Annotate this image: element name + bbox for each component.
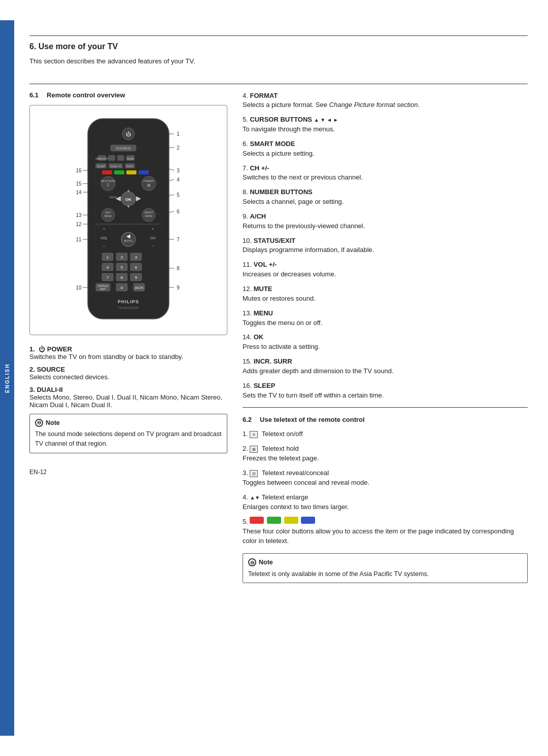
svg-text:9: 9 xyxy=(177,285,180,291)
right-column: 4. FORMAT Selects a picture format. See … xyxy=(243,91,528,721)
color-btn-yellow xyxy=(284,517,298,524)
svg-text:14: 14 xyxy=(76,190,82,195)
note-left-header: ⊖ Note xyxy=(35,418,222,428)
note-right: ⊖ Note Teletext is only available in som… xyxy=(243,553,528,584)
svg-text:OK: OK xyxy=(125,197,131,202)
tt-4-num: 4. xyxy=(243,493,250,501)
section-62: 6.2 Use teletext of the remote control 1… xyxy=(243,416,528,583)
feat-16-desc: Sets the TV to turn itself off within a … xyxy=(243,391,528,401)
section6-title: 6. Use more of your TV xyxy=(29,42,528,51)
feat-13-desc: Toggles the menu on or off. xyxy=(243,318,528,328)
feat-5-num: 5. xyxy=(243,116,250,123)
svg-text:MUTE: MUTE xyxy=(124,239,133,242)
power-icon: ⏻ xyxy=(39,345,45,353)
feat-4: 4. FORMAT Selects a picture format. See … xyxy=(243,91,528,111)
feat-5-label: CURSOR BUTTONS xyxy=(250,116,312,123)
feat-4-num: 4. xyxy=(243,92,250,99)
svg-text:BACK: BACK xyxy=(110,196,117,199)
feat-8: 8. NUMBER BUTTONS Selects a channel, pag… xyxy=(243,188,528,207)
svg-rect-19 xyxy=(126,170,136,174)
feat-13: 13. MENU Toggles the menu on or off. xyxy=(243,309,528,328)
svg-rect-8 xyxy=(117,155,124,161)
feat-9-desc: Returns to the previously-viewed channel… xyxy=(243,222,528,231)
tt-2-desc: Teletext hold xyxy=(262,445,299,452)
feat-3-desc: Selects Mono, Stereo, Dual I, Dual II, N… xyxy=(29,393,227,409)
feat-16: 16. SLEEP Sets the TV to turn itself off… xyxy=(243,381,528,401)
feat-15-num: 15. xyxy=(243,357,254,365)
svg-text:6: 6 xyxy=(135,265,138,270)
feat-12-label: MUTE xyxy=(254,285,272,293)
feat-2-desc: Selects connected devices. xyxy=(29,373,227,381)
svg-text:+: + xyxy=(103,227,105,231)
feat-13-num: 13. xyxy=(243,309,254,317)
feat-8-num: 8. xyxy=(243,188,250,196)
note-icon: ⊖ xyxy=(35,419,43,427)
feat-14-desc: Press to activate a setting. xyxy=(243,342,528,352)
tt-item-1: 1. ≡ Teletext on/off xyxy=(243,429,528,439)
svg-text:CH: CH xyxy=(150,236,155,240)
feat-9-label: A/CH xyxy=(250,212,266,220)
color-btn-red xyxy=(250,517,264,524)
feat-9: 9. A/CH Returns to the previously-viewed… xyxy=(243,212,528,231)
svg-text:9: 9 xyxy=(135,275,138,280)
svg-text:3: 3 xyxy=(177,168,180,173)
feat-13-label: MENU xyxy=(254,309,273,317)
tt-5-num: 5. xyxy=(243,518,250,525)
feat-1-label: POWER xyxy=(47,345,72,353)
svg-rect-18 xyxy=(114,170,124,174)
feat-3-label: 3. DUALI-II xyxy=(29,386,63,393)
feat-7-num: 7. xyxy=(243,164,250,172)
cursor-arrows: ▲ ▼ ◄ ► xyxy=(314,117,338,123)
feat-11: 11. VOL +/- Increases or decreases volum… xyxy=(243,260,528,279)
feat-12-num: 12. xyxy=(243,285,254,293)
feat-16-num: 16. xyxy=(243,382,254,389)
note-left-label: Note xyxy=(46,418,60,428)
svg-text:–: – xyxy=(103,244,105,247)
feat-14: 14. OK Press to activate a setting. xyxy=(243,333,528,352)
svg-text:◀: ◀ xyxy=(126,233,130,239)
svg-text:FORMAT: FORMAT xyxy=(144,179,154,183)
svg-text:1: 1 xyxy=(177,131,180,137)
svg-text:16: 16 xyxy=(76,168,82,173)
language-label: ENGLISH xyxy=(5,363,10,392)
svg-text:DUAL I-II: DUAL I-II xyxy=(111,165,121,168)
svg-text:EXIT: EXIT xyxy=(105,211,111,214)
svg-text:A/CH: A/CH xyxy=(135,286,144,290)
color-btn-blue xyxy=(301,517,315,524)
right-feature-list: 4. FORMAT Selects a picture format. See … xyxy=(243,91,528,401)
feat-4-label: FORMAT xyxy=(250,92,278,99)
subsection-61-number: 6.1 xyxy=(29,91,39,99)
tt-2-desc2: Freezes the teletext page. xyxy=(243,454,528,463)
svg-text:13: 13 xyxy=(76,212,82,218)
main-content: 6. Use more of your TV This section desc… xyxy=(14,20,548,736)
svg-text:PHILIPS: PHILIPS xyxy=(118,299,139,304)
feat-11-desc: Increases or decreases volume. xyxy=(243,270,528,279)
feat-5-desc: To navigate through the menus. xyxy=(243,125,528,134)
feat-9-num: 9. xyxy=(243,212,250,220)
svg-text:2: 2 xyxy=(177,145,180,151)
note-right-header: ⊖ Note xyxy=(248,558,522,567)
feat-16-label: SLEEP xyxy=(254,382,276,389)
feat-7-desc: Switches to the next or previous channel… xyxy=(243,173,528,183)
svg-text:6: 6 xyxy=(177,209,180,214)
svg-text:SMART: SMART xyxy=(144,211,153,214)
svg-text:SOURCE: SOURCE xyxy=(116,147,131,150)
divider-62 xyxy=(243,407,528,408)
tt-4-desc: Teletext enlarge xyxy=(262,493,309,501)
feature-item-3: 3. DUALI-II Selects Mono, Stereo, Dual I… xyxy=(29,386,227,409)
feat-5: 5. CURSOR BUTTONS ▲ ▼ ◄ ► To navigate th… xyxy=(243,115,528,134)
svg-text:DEMO: DEMO xyxy=(127,157,134,160)
teletext-hold-icon: ⊞ xyxy=(250,446,258,453)
tt-item-4: 4. ▲▼ Teletext enlarge Enlarges context … xyxy=(243,493,528,512)
svg-text:4: 4 xyxy=(107,265,109,270)
teletext-reveal-icon: ⊡ xyxy=(250,470,258,477)
svg-text:⏻: ⏻ xyxy=(126,131,131,137)
section-62-title: Use teletext of the remote control xyxy=(260,416,365,423)
svg-text:+: + xyxy=(152,227,154,231)
feat-10-desc: Displays programme information, if avail… xyxy=(243,245,528,255)
note-right-text: Teletext is only available in some of th… xyxy=(248,570,429,578)
teletext-list: 1. ≡ Teletext on/off 2. ⊞ Teletext hold xyxy=(243,429,528,546)
svg-text:–: – xyxy=(152,244,154,247)
feat-6-desc: Selects a picture setting. xyxy=(243,149,528,159)
feat-12-desc: Mutes or restores sound. xyxy=(243,294,528,304)
